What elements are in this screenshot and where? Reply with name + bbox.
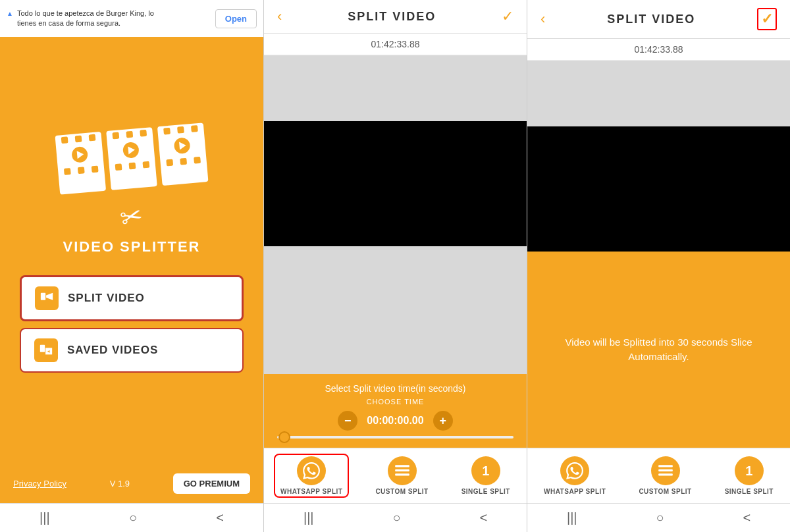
play-icon xyxy=(71,146,88,163)
screen-header: ‹ SPLIT VIDEO ✓ xyxy=(264,0,527,34)
slider-thumb xyxy=(278,431,290,443)
svg-rect-8 xyxy=(658,473,673,475)
saved-videos-svg-icon xyxy=(39,343,53,358)
film-hole xyxy=(64,168,71,175)
saved-videos-button[interactable]: SAVED VIDEOS xyxy=(20,328,244,373)
split-video-label: SPLIT VIDEO xyxy=(68,292,145,305)
custom-svg-icon xyxy=(394,462,411,479)
video-preview-main xyxy=(264,121,527,246)
nav-bar: ||| ○ < xyxy=(527,503,790,532)
ad-banner: ▲ Todo lo que te apetezca de Burger King… xyxy=(0,0,263,37)
nav-menu-icon[interactable]: ||| xyxy=(40,510,50,525)
time-decrease-button[interactable]: − xyxy=(338,411,357,431)
film-hole xyxy=(113,132,120,139)
film-hole xyxy=(75,135,82,142)
film-strip-1 xyxy=(55,131,107,194)
panel-split-whatsapp: ‹ SPLIT VIDEO ✓ 01:42:33.88 Video will b… xyxy=(527,0,790,532)
nav-back-icon[interactable]: < xyxy=(479,510,487,525)
svg-rect-6 xyxy=(658,465,673,467)
film-hole xyxy=(191,125,198,132)
bottom-tabs: WHATSAPP SPLIT CUSTOM SPLIT 1 SINGLE SPL… xyxy=(264,448,527,503)
saved-videos-label: SAVED VIDEOS xyxy=(67,344,158,357)
film-hole xyxy=(163,127,171,134)
whatsapp-tab-label: WHATSAPP SPLIT xyxy=(544,488,606,495)
film-hole xyxy=(129,162,136,169)
single-tab-label: SINGLE SPLIT xyxy=(725,488,774,495)
choose-time-label: CHOOSE TIME xyxy=(275,398,516,406)
play-icon xyxy=(122,142,140,159)
whatsapp-tab-icon xyxy=(560,456,589,485)
film-hole xyxy=(91,165,98,173)
nav-back-icon[interactable]: < xyxy=(743,510,750,525)
tab-whatsapp-split[interactable]: WHATSAPP SPLIT xyxy=(274,454,349,498)
svg-rect-7 xyxy=(658,469,673,471)
confirm-button[interactable]: ✓ xyxy=(757,8,777,30)
nav-home-icon[interactable]: ○ xyxy=(656,510,664,525)
tab-custom-split[interactable]: CUSTOM SPLIT xyxy=(369,454,434,498)
tab-single-split[interactable]: 1 SINGLE SPLIT xyxy=(718,454,780,498)
screen-header: ‹ SPLIT VIDEO ✓ xyxy=(527,0,790,39)
tab-whatsapp-split[interactable]: WHATSAPP SPLIT xyxy=(537,454,612,498)
film-hole xyxy=(194,156,201,163)
time-picker: − 00:00:00.00 + xyxy=(275,411,516,431)
single-tab-icon: 1 xyxy=(735,456,764,485)
whatsapp-tab-label: WHATSAPP SPLIT xyxy=(280,488,342,495)
film-hole xyxy=(140,129,147,136)
film-hole xyxy=(115,163,122,171)
ad-content: ▲ Todo lo que te apetezca de Burger King… xyxy=(7,9,175,29)
whatsapp-tab-icon xyxy=(297,456,326,485)
film-hole xyxy=(126,130,133,138)
custom-svg-icon xyxy=(657,462,674,479)
whatsapp-svg-icon xyxy=(303,462,320,479)
slider-track xyxy=(277,436,514,439)
whatsapp-info-text: Video will be Splitted into 30 seconds S… xyxy=(540,335,777,365)
ad-icon: ▲ xyxy=(7,10,13,17)
nav-menu-icon[interactable]: ||| xyxy=(567,510,577,525)
video-timestamp: 01:42:33.88 xyxy=(527,39,790,61)
footer: Privacy Policy V 1.9 GO PREMIUM xyxy=(0,464,263,503)
hero-area: ✂ VIDEO SPLITTER SPLIT VIDEO xyxy=(0,37,263,464)
film-hole xyxy=(177,126,184,133)
film-hole xyxy=(167,159,174,166)
panel-main: ▲ Todo lo que te apetezca de Burger King… xyxy=(0,0,263,532)
tab-single-split[interactable]: 1 SINGLE SPLIT xyxy=(455,454,517,498)
video-preview-top xyxy=(527,61,790,126)
time-slider[interactable] xyxy=(275,436,516,439)
ad-open-button[interactable]: Open xyxy=(215,9,257,28)
go-premium-button[interactable]: GO PREMIUM xyxy=(173,473,250,494)
single-split-number: 1 xyxy=(482,464,489,479)
split-video-icon xyxy=(35,286,59,310)
privacy-policy-link[interactable]: Privacy Policy xyxy=(13,479,66,489)
single-tab-label: SINGLE SPLIT xyxy=(461,488,510,495)
bottom-tabs: WHATSAPP SPLIT CUSTOM SPLIT 1 SINGLE SPL… xyxy=(527,448,790,503)
single-tab-icon: 1 xyxy=(471,456,500,485)
time-value: 00:00:00.00 xyxy=(367,415,423,427)
nav-bar: ||| ○ < xyxy=(0,503,263,532)
split-video-button[interactable]: SPLIT VIDEO xyxy=(20,275,244,321)
panel-split-custom: ‹ SPLIT VIDEO ✓ 01:42:33.88 Select Split… xyxy=(263,0,527,532)
nav-bar: ||| ○ < xyxy=(264,503,527,532)
film-hole xyxy=(88,134,95,141)
split-controls: Select Split video time(in seconds) CHOO… xyxy=(264,374,527,448)
svg-rect-2 xyxy=(40,344,45,352)
split-video-svg-icon xyxy=(40,291,54,306)
nav-menu-icon[interactable]: ||| xyxy=(303,510,314,525)
svg-rect-5 xyxy=(395,473,409,475)
custom-tab-label: CUSTOM SPLIT xyxy=(375,488,428,495)
back-button[interactable]: ‹ xyxy=(540,11,545,28)
back-button[interactable]: ‹ xyxy=(277,8,282,25)
svg-rect-0 xyxy=(41,292,45,300)
film-hole xyxy=(61,136,68,144)
film-strip-3 xyxy=(157,122,209,186)
time-increase-button[interactable]: + xyxy=(433,411,453,431)
nav-home-icon[interactable]: ○ xyxy=(129,510,137,525)
confirm-button[interactable]: ✓ xyxy=(502,8,514,25)
film-strip-2 xyxy=(106,127,157,190)
nav-back-icon[interactable]: < xyxy=(216,510,224,525)
play-icon xyxy=(174,137,191,154)
nav-home-icon[interactable]: ○ xyxy=(392,510,400,525)
film-hole xyxy=(142,161,149,168)
video-timestamp: 01:42:33.88 xyxy=(264,34,527,55)
video-preview-top xyxy=(264,55,527,121)
tab-custom-split[interactable]: CUSTOM SPLIT xyxy=(632,454,698,498)
